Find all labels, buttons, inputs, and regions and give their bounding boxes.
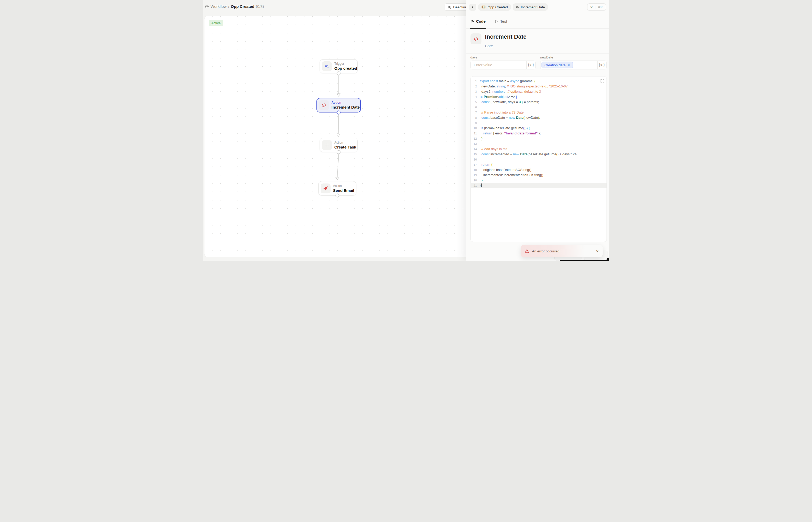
code-icon — [516, 5, 519, 9]
code-editor[interactable]: 1export const main = async (params: {2 n… — [471, 76, 607, 242]
node-kind: Trigger — [334, 62, 357, 66]
code-line[interactable]: 6 — [471, 105, 607, 110]
close-icon: ✕ — [590, 5, 593, 9]
line-number: 14 — [471, 146, 480, 152]
node-title: Send Email — [333, 188, 354, 193]
node-editor-panel: O Opp Created Increment Date ✕ | ⌘K — [466, 0, 609, 261]
code-line[interactable]: 7 // Parse input into a JS Date — [471, 110, 607, 115]
panel-breadcrumb-opp-created[interactable]: O Opp Created — [478, 3, 511, 11]
status-badge: Active — [209, 20, 223, 26]
line-number: 3 — [471, 89, 480, 94]
line-number: 21 — [471, 183, 480, 188]
panel-tabs: Code Test — [466, 14, 609, 29]
breadcrumb-count: (0/8) — [256, 4, 264, 8]
node-action-increment-date[interactable]: Action Increment Date — [316, 98, 361, 113]
code-line[interactable]: 2 newDate: string; // ISO string expecte… — [471, 84, 607, 89]
workflow-gear-icon — [205, 4, 209, 8]
code-line[interactable]: 19 incremented: incremented.toISOString(… — [471, 173, 607, 178]
creation-date-chip[interactable]: Creation date ✕ — [541, 62, 573, 68]
breadcrumb: Workflow / Opp Created (0/8) — [205, 4, 264, 8]
code-icon — [471, 20, 474, 23]
code-line[interactable]: 21}; — [471, 183, 607, 188]
node-title: Create Task — [334, 145, 356, 149]
node-kind: Action — [334, 141, 356, 145]
line-number: 11 — [471, 131, 480, 136]
newdate-input[interactable]: Creation date ✕ — [540, 61, 597, 69]
code-line[interactable]: 17 return { — [471, 162, 607, 167]
tab-test[interactable]: Test — [495, 14, 507, 28]
line-number: 16 — [471, 157, 480, 162]
expand-icon[interactable] — [600, 79, 604, 83]
code-line[interactable]: 3 days?: number; // optional, default to… — [471, 89, 607, 94]
line-number: 18 — [471, 167, 480, 173]
code-line[interactable]: 14 // Add days in ms — [471, 146, 607, 152]
panel-title-section: Increment Date Core — [466, 29, 609, 54]
line-number: 13 — [471, 141, 480, 146]
chip-remove-icon[interactable]: ✕ — [568, 63, 570, 66]
toast-message: An error occurred. — [532, 249, 593, 253]
node-title: Opp created — [334, 66, 357, 71]
line-number: 8 — [471, 115, 480, 120]
send-icon — [321, 183, 331, 194]
plus-icon — [322, 140, 332, 150]
node-action-send-email[interactable]: Action Send Email — [318, 181, 356, 196]
days-input[interactable] — [471, 61, 527, 69]
node-kind: Action — [332, 101, 360, 105]
node-title: Increment Date — [332, 105, 360, 109]
code-line[interactable]: 4}): Promise<object> => { — [471, 94, 607, 99]
breadcrumb-separator: / — [228, 4, 229, 8]
code-line[interactable]: 9 — [471, 120, 607, 125]
code-line[interactable]: 15 const incremented = new Date(baseDate… — [471, 152, 607, 157]
tab-code[interactable]: Code — [471, 14, 486, 28]
node-action-create-task[interactable]: Action Create Task — [320, 138, 358, 152]
code-icon — [471, 34, 481, 44]
code-line[interactable]: 16 — [471, 157, 607, 162]
breadcrumb-app[interactable]: Workflow — [211, 4, 226, 8]
field-newdate: newDate Creation date ✕ {x+} — [540, 56, 607, 69]
toast-close-icon[interactable]: ✕ — [596, 249, 599, 253]
code-lines[interactable]: 1export const main = async (params: {2 n… — [471, 77, 607, 188]
screen-corner-overlay — [560, 260, 609, 261]
panel-breadcrumb-increment-date[interactable]: Increment Date — [513, 3, 548, 11]
line-number: 4 — [471, 94, 480, 99]
panel-header: O Opp Created Increment Date ✕ | ⌘K — [466, 0, 609, 14]
text-cursor — [481, 183, 482, 187]
line-number: 9 — [471, 120, 480, 125]
line-number: 19 — [471, 173, 480, 178]
line-number: 5 — [471, 99, 480, 105]
line-number: 7 — [471, 110, 480, 115]
line-number: 10 — [471, 125, 480, 131]
chip-label: Increment Date — [521, 5, 545, 9]
insert-variable-button[interactable]: {x+} — [597, 61, 606, 69]
page-subtitle: Core — [485, 44, 527, 48]
line-number: 15 — [471, 152, 480, 157]
playlist-add-icon — [322, 61, 332, 71]
line-number: 6 — [471, 105, 480, 110]
chip-label: Opp Created — [488, 5, 508, 9]
node-trigger-opp-created[interactable]: Trigger Opp created — [320, 59, 358, 73]
pause-icon — [448, 5, 451, 9]
back-button[interactable] — [469, 4, 476, 11]
line-number: 2 — [471, 84, 480, 89]
code-line[interactable]: 10 if (isNaN(baseDate.getTime())) { — [471, 125, 607, 131]
warning-icon — [524, 249, 529, 254]
insert-variable-button[interactable]: {x+} — [527, 61, 535, 69]
code-line[interactable]: 20 }; — [471, 178, 607, 183]
field-label: newDate — [540, 56, 607, 59]
code-line[interactable]: 1export const main = async (params: { — [471, 79, 607, 84]
panel-close-button[interactable]: ✕ | ⌘K — [587, 3, 606, 11]
code-icon — [319, 100, 329, 110]
code-line[interactable]: 18 original: baseDate.toISOString(), — [471, 167, 607, 173]
top-bar: Workflow / Opp Created (0/8) Deactivate — [203, 0, 467, 16]
breadcrumb-title[interactable]: Opp Created — [231, 4, 254, 8]
code-line[interactable]: 13 — [471, 141, 607, 146]
code-line[interactable]: 5 const { newDate, days = 3 } = params; — [471, 99, 607, 105]
node-kind: Action — [333, 184, 354, 188]
app-window: Workflow / Opp Created (0/8) Deactivate … — [203, 0, 609, 261]
code-line[interactable]: 12 } — [471, 136, 607, 141]
code-line[interactable]: 11 return { error: "Invalid date format"… — [471, 131, 607, 136]
field-label: days — [471, 56, 536, 59]
code-line[interactable]: 8 const baseDate = new Date(newDate); — [471, 115, 607, 120]
line-number: 20 — [471, 178, 480, 183]
error-toast: An error occurred. ✕ — [521, 245, 602, 257]
